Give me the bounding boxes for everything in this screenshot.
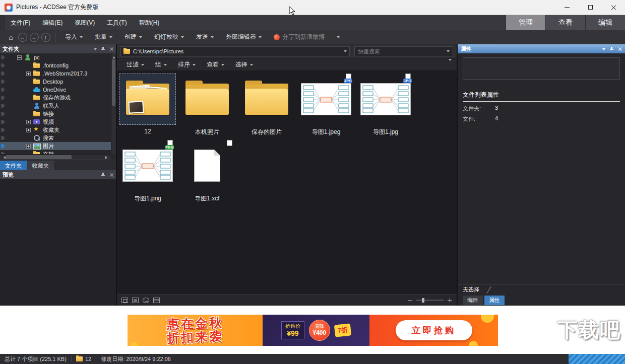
close-panel-icon[interactable] [618,47,622,51]
panel-menu-icon[interactable] [94,48,97,52]
tree-vertical-scrollbar[interactable] [111,53,116,154]
select-tag-icon[interactable] [1,88,5,92]
refresh-icon[interactable] [143,298,149,303]
view-list-icon[interactable] [153,298,160,303]
tab-properties[interactable]: 属性 [484,296,505,305]
select-tag-icon[interactable] [1,71,5,76]
tab-folders[interactable]: 文件夹 [0,161,27,170]
quick-search-box[interactable] [354,46,453,56]
tree-item-desktop[interactable]: Desktop [0,78,116,86]
group-button[interactable]: 组 [151,59,171,70]
expand-icon[interactable] [26,128,31,132]
close-button[interactable] [602,0,625,15]
expand-icon[interactable] [26,144,31,149]
tree-item-onedrive[interactable]: OneDrive [0,86,116,94]
filter-button[interactable]: 过滤 [122,59,149,70]
mode-tab-edit[interactable]: 编辑 [585,15,625,30]
expand-icon[interactable] [26,71,31,76]
ad-banner[interactable]: 惠在金秋 折扣来袭 抢购价 ¥99 直降 ¥400 7折 立即抢购 [128,315,498,346]
file-tile-12[interactable]: 12 [118,72,177,138]
menu-help[interactable]: 帮助(H) [133,15,166,30]
scrollbar-thumb[interactable] [6,155,72,159]
filter-more-button[interactable] [449,61,452,68]
menu-file[interactable]: 文件(F) [5,15,36,30]
send-button[interactable]: 发送 [190,30,220,44]
duplicate-icon[interactable] [121,298,128,303]
zoom-in-icon[interactable] [448,298,452,303]
file-tile-mindmap-jpeg[interactable]: JPG [296,72,356,138]
import-button[interactable]: 导入 [59,30,89,44]
address-bar[interactable]: C:\Users\pc\Pictures [120,46,350,56]
select-tag-icon[interactable] [1,136,5,140]
zoom-slider[interactable] [416,300,444,301]
create-button[interactable]: 创建 [118,30,148,44]
address-dropdown-icon[interactable] [344,50,347,54]
expand-icon[interactable] [26,120,31,124]
close-panel-icon[interactable] [109,47,113,51]
select-tag-icon[interactable] [1,112,5,116]
select-tag-icon[interactable] [1,55,5,59]
tree-item-favorites[interactable]: 收藏夹 [0,126,116,134]
file-tile-xcf[interactable]: 导图1.xcf [177,138,237,205]
tree-item-links[interactable]: 链接 [0,110,116,118]
tree-item-videos[interactable]: 视频 [0,118,116,126]
tree-item-saved-games[interactable]: 保存的游戏 [0,94,116,102]
select-button[interactable]: 选择 [231,59,258,70]
mode-tab-view[interactable]: 查看 [545,15,585,30]
ad-cta-button[interactable]: 立即抢购 [396,320,472,340]
tree-item-webstorm[interactable]: .WebStorm2017.3 [0,69,116,78]
select-tag-icon[interactable] [1,80,5,84]
select-tag-icon[interactable] [1,96,5,100]
up-button[interactable]: ↑ [40,32,51,43]
maximize-button[interactable] [579,0,602,15]
select-tag-icon[interactable] [1,63,5,67]
batch-button[interactable]: 批量 [89,30,118,44]
sort-button[interactable]: 排序 [173,59,200,70]
scrollbar-thumb[interactable] [112,59,115,106]
menu-tools[interactable]: 工具(T) [101,15,133,30]
menu-view[interactable]: 视图(V) [69,15,101,30]
file-tile-saved-pictures[interactable]: 保存的图片 [237,72,296,138]
slideshow-button[interactable]: 幻灯放映 [148,30,190,44]
pin-icon[interactable] [610,47,613,51]
tree-item-contacts[interactable]: 联系人 [0,102,116,110]
view-button[interactable]: 查看 [202,59,229,70]
group-label: 组 [155,60,161,69]
tree-item-pictures[interactable]: 图片 [0,142,116,150]
menu-edit[interactable]: 编辑(E) [36,15,69,30]
tree-item-pc[interactable]: pc [0,53,116,61]
forward-button[interactable]: → [28,32,40,43]
zoom-slider-thumb[interactable] [422,298,424,303]
tree-horizontal-scrollbar[interactable] [0,154,111,160]
back-button[interactable]: ← [17,32,28,43]
tab-catalog[interactable]: 编目 [463,296,483,305]
pin-icon[interactable] [101,173,105,177]
mode-tab-manage[interactable]: 管理 [506,15,545,30]
collapse-icon[interactable] [17,55,22,60]
share-weibo-button[interactable]: 分享到新浪微博 [268,30,331,44]
tree-item-documents[interactable]: 文档 [0,150,116,154]
toolbar-more-button[interactable] [331,30,346,44]
file-tile-mindmap-png[interactable]: PNG [118,138,177,205]
search-dropdown-icon[interactable] [447,50,450,54]
filmstrip-icon[interactable] [132,298,139,303]
select-tag-icon[interactable] [1,128,5,132]
file-tile-mindmap-jpg[interactable]: JPG [356,72,415,138]
folder-icon [123,49,130,54]
select-tag-icon[interactable] [1,120,5,124]
tree-item-searches[interactable]: 搜索 [0,134,116,142]
panel-menu-icon[interactable] [602,48,605,52]
pin-icon[interactable] [101,47,105,51]
tab-favorites[interactable]: 收藏夹 [27,161,54,170]
zoom-out-icon[interactable] [408,300,412,301]
select-tag-icon[interactable] [1,144,5,148]
close-panel-icon[interactable] [109,173,113,177]
file-tile-local-photos[interactable]: 本机照片 [177,72,237,138]
external-editor-button[interactable]: 外部编辑器 [220,30,268,44]
minimize-button[interactable] [555,0,579,15]
tree-item-fontconfig[interactable]: .fontconfig [0,61,116,69]
search-input[interactable] [358,48,447,54]
select-tag-icon[interactable] [1,104,5,108]
sort-label: 排序 [178,60,190,69]
home-button[interactable]: ⌂ [5,32,17,43]
